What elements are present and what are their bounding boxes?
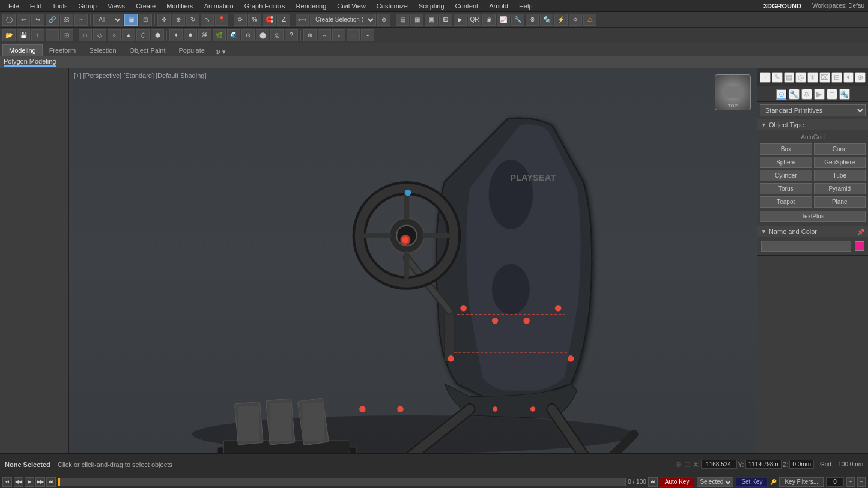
t2-14[interactable]: ⌘ xyxy=(198,29,211,41)
menu-item-group[interactable]: Group xyxy=(73,1,102,11)
rp-tab-motion[interactable]: ▶ xyxy=(814,89,825,100)
play-btn[interactable]: ▶ xyxy=(25,477,34,487)
time-down-btn[interactable]: − xyxy=(857,477,866,487)
place-btn[interactable]: 📍 xyxy=(215,14,228,26)
t2-15[interactable]: 🌿 xyxy=(213,29,226,41)
menu-item-arnold[interactable]: Arnold xyxy=(484,1,513,11)
viewport[interactable]: [+] [Perspective] [Standard] [Default Sh… xyxy=(69,68,757,453)
menu-item-content[interactable]: Content xyxy=(451,1,484,11)
tools3-btn[interactable]: 🔩 xyxy=(540,14,553,26)
rp-tab-display[interactable]: ◻ xyxy=(827,89,837,100)
play-prev-btn[interactable]: ◀◀ xyxy=(14,477,23,487)
link-btn[interactable]: 🔗 xyxy=(46,14,59,26)
render-btn[interactable]: ▶ xyxy=(454,14,467,26)
menu-item-create[interactable]: Create xyxy=(131,1,160,11)
obj-btn-pyramid[interactable]: Pyramid xyxy=(814,183,866,194)
object-name-input[interactable] xyxy=(761,241,851,252)
t2-16[interactable]: 🌊 xyxy=(227,29,240,41)
time-input[interactable] xyxy=(826,477,844,487)
obj-btn-sphere[interactable]: Sphere xyxy=(760,157,812,168)
t2-17[interactable]: ⊙ xyxy=(241,29,255,41)
tools2-btn[interactable]: ⚙ xyxy=(526,14,539,26)
rp-wire-btn[interactable]: ⊟ xyxy=(831,72,842,83)
t2-13[interactable]: ✸ xyxy=(184,29,197,41)
timeline-track[interactable] xyxy=(58,478,626,486)
tab-selection[interactable]: Selection xyxy=(82,44,123,56)
menu-item-civil[interactable]: Civil View xyxy=(332,1,370,11)
obj-btn-cylinder[interactable]: Cylinder xyxy=(760,170,812,181)
nav-cube[interactable]: TOP xyxy=(715,74,751,110)
tab-freeform[interactable]: Freeform xyxy=(43,44,83,56)
ref-coord-btn[interactable]: ⟳ xyxy=(234,14,247,26)
percent-btn[interactable]: % xyxy=(248,14,261,26)
undo-btn[interactable]: ↩ xyxy=(17,14,30,26)
t2-12[interactable]: ✦ xyxy=(169,29,183,41)
color-swatch[interactable] xyxy=(855,241,864,251)
unlink-btn[interactable]: ⛓ xyxy=(60,14,73,26)
layer2-btn[interactable]: ▦ xyxy=(410,14,423,26)
tab-object-paint[interactable]: Object Paint xyxy=(123,44,172,56)
snap-btn[interactable]: 🧲 xyxy=(263,14,276,26)
open-btn[interactable]: 📂 xyxy=(2,29,16,41)
scene-btn[interactable]: ▩ xyxy=(425,14,438,26)
tools4-btn[interactable]: ⚡ xyxy=(554,14,568,26)
rp-render-btn[interactable]: ◎ xyxy=(795,72,806,83)
t2-5[interactable]: ⊞ xyxy=(60,29,73,41)
rp-tab-hier[interactable]: ⛭ xyxy=(801,89,812,100)
layer-btn[interactable]: ▤ xyxy=(396,14,409,26)
rp-cam-btn[interactable]: ⌧ xyxy=(819,72,830,83)
menu-item-modifiers[interactable]: Modifiers xyxy=(162,1,198,11)
redo-btn[interactable]: ↪ xyxy=(31,14,44,26)
name-color-header[interactable]: ▼ Name and Color 📌 xyxy=(757,226,868,237)
time-up-btn[interactable]: + xyxy=(846,477,855,487)
bind-btn[interactable]: ~ xyxy=(74,14,88,26)
t2-24[interactable]: ··· xyxy=(347,29,360,41)
rp-tab-modify[interactable]: 🔧 xyxy=(789,89,800,100)
rp-light-btn[interactable]: ☀ xyxy=(807,72,818,83)
set-key-btn[interactable]: Set Key xyxy=(736,477,768,487)
t2-10[interactable]: ⬡ xyxy=(136,29,150,41)
key-filters-btn[interactable]: Key Filters... xyxy=(779,477,824,487)
obj-btn-plane[interactable]: Plane xyxy=(814,196,866,208)
t2-7[interactable]: ◇ xyxy=(93,29,106,41)
object-type-header[interactable]: ▼ Object Type xyxy=(757,119,868,130)
menu-item-customize[interactable]: Customize xyxy=(372,1,413,11)
rotate-btn[interactable]: ↻ xyxy=(186,14,199,26)
angle-snap-btn[interactable]: ∠ xyxy=(277,14,290,26)
obj-btn-torus[interactable]: Torus xyxy=(760,183,812,194)
filter-dropdown[interactable]: All xyxy=(93,14,123,26)
t2-3[interactable]: + xyxy=(31,29,44,41)
tab-populate[interactable]: Populate xyxy=(172,44,211,56)
rp-tab-create[interactable]: ⊙ xyxy=(776,89,787,100)
t2-21[interactable]: ⊕ xyxy=(303,29,317,41)
next-frame-btn[interactable]: ⏭ xyxy=(648,477,658,487)
obj-btn-cone[interactable]: Cone xyxy=(814,143,866,155)
rp-edit-btn[interactable]: ✎ xyxy=(772,72,783,83)
menu-item-rendering[interactable]: Rendering xyxy=(291,1,332,11)
t2-22[interactable]: ↔ xyxy=(318,29,331,41)
rp-grid-btn[interactable]: ▤ xyxy=(784,72,795,83)
category-dropdown[interactable]: Standard Primitives xyxy=(760,104,866,116)
sel-set-btn[interactable]: ⊕ xyxy=(377,14,390,26)
menu-item-scripting[interactable]: Scripting xyxy=(414,1,449,11)
play-last-btn[interactable]: ⏭ xyxy=(46,477,56,487)
menu-item-animation[interactable]: Animation xyxy=(199,1,238,11)
window-select-btn[interactable]: ⊡ xyxy=(139,14,152,26)
obj-btn-geosphere[interactable]: GeoSphere xyxy=(814,157,866,168)
menu-item-help[interactable]: Help xyxy=(514,1,538,11)
t2-4[interactable]: − xyxy=(46,29,59,41)
curve-editor-btn[interactable]: 📈 xyxy=(497,14,510,26)
t2-18[interactable]: ⬤ xyxy=(256,29,269,41)
auto-key-select[interactable]: Selected xyxy=(697,477,733,487)
mat-editor-btn[interactable]: ◉ xyxy=(482,14,496,26)
obj-btn-tube[interactable]: Tube xyxy=(814,170,866,181)
render-setup-btn[interactable]: 🖼 xyxy=(439,14,452,26)
play-next-btn[interactable]: ▶▶ xyxy=(35,477,45,487)
t2-11[interactable]: ⬢ xyxy=(151,29,164,41)
obj-btn-teapot[interactable]: Teapot xyxy=(760,196,812,208)
t2-19[interactable]: ◎ xyxy=(270,29,284,41)
rp-helper-btn[interactable]: ✦ xyxy=(843,72,854,83)
t2-6[interactable]: □ xyxy=(79,29,92,41)
menu-item-file[interactable]: File xyxy=(4,1,24,11)
t2-9[interactable]: ▲ xyxy=(122,29,135,41)
